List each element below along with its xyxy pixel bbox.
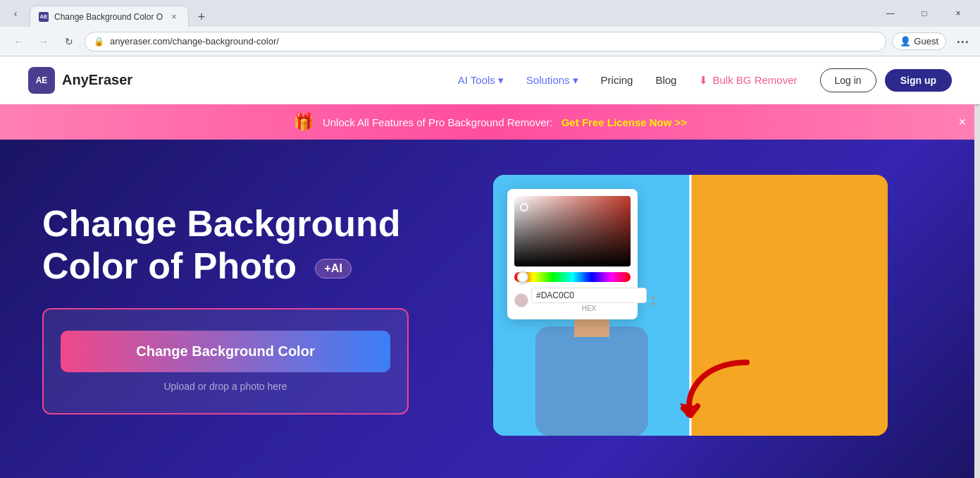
color-gradient[interactable] (514, 196, 631, 266)
maximize-btn[interactable]: □ (908, 3, 941, 24)
nav-bulk-bg[interactable]: ⬇ Bulk BG Remover (699, 74, 797, 87)
hex-row: HEX ▲▼ (514, 288, 631, 312)
minimize-btn[interactable]: — (874, 3, 907, 24)
browser-chrome: ‹ AE Change Background Color O × + — □ × (0, 0, 980, 27)
ai-tools-chevron: ▾ (498, 74, 504, 87)
gradient-cursor[interactable] (520, 203, 528, 212)
ai-badge: +AI (315, 259, 351, 278)
profile-label: Guest (914, 36, 938, 47)
hue-thumb[interactable] (517, 271, 528, 283)
profile-btn[interactable]: 👤 Guest (892, 32, 946, 50)
hex-label: HEX (531, 305, 647, 312)
hex-input[interactable] (531, 288, 647, 303)
hero-right: HEX ▲▼ (493, 175, 902, 443)
profile-icon: 👤 (900, 36, 911, 47)
color-preview-dot (514, 293, 528, 307)
more-btn[interactable]: ⋯ (952, 32, 972, 51)
upload-hint: Upload or drop a photo here (61, 381, 390, 392)
promo-banner: 🎁 Unlock All Features of Pro Background … (0, 104, 980, 140)
svg-rect-8 (535, 326, 648, 436)
forward-btn[interactable]: → (34, 32, 54, 51)
upload-button[interactable]: Change Background Color (61, 331, 390, 372)
close-btn[interactable]: × (942, 3, 974, 24)
hex-arrows[interactable]: ▲▼ (650, 293, 657, 308)
reload-btn[interactable]: ↻ (59, 32, 79, 51)
active-tab[interactable]: AE Change Background Color O × (30, 6, 189, 27)
tab-title: Change Background Color O (54, 12, 163, 22)
color-picker[interactable]: HEX ▲▼ (507, 189, 638, 319)
nav-ai-tools[interactable]: AI Tools ▾ (458, 74, 504, 87)
hero-title-line2: Color of Photo (42, 245, 297, 286)
logo-area[interactable]: AE AnyEraser (28, 67, 132, 94)
promo-link[interactable]: Get Free License Now >> (562, 116, 687, 128)
nav-pricing[interactable]: Pricing (601, 74, 633, 86)
previous-tab-btn[interactable]: ‹ (6, 4, 25, 23)
solutions-chevron: ▾ (573, 74, 578, 87)
promo-text: Unlock All Features of Pro Background Re… (323, 116, 553, 128)
login-button[interactable]: Log in (820, 68, 876, 92)
address-bar: ← → ↻ 🔒 anyeraser.com/change-background-… (0, 27, 980, 56)
nav-blog[interactable]: Blog (655, 74, 676, 86)
tab-bar: AE Change Background Color O × + (30, 0, 870, 27)
gift-icon: 🎁 (293, 112, 314, 132)
back-btn[interactable]: ← (8, 32, 28, 51)
hue-slider[interactable] (514, 272, 631, 282)
url-text: anyeraser.com/change-background-color/ (110, 36, 877, 47)
hero-left: Change Background Color of Photo +AI Cha… (42, 203, 465, 415)
signup-button[interactable]: Sign up (885, 69, 952, 92)
address-input[interactable]: 🔒 anyeraser.com/change-background-color/ (85, 32, 886, 51)
download-icon: ⬇ (699, 74, 708, 87)
hero-title: Change Background Color of Photo +AI (42, 203, 465, 288)
nav-links: AI Tools ▾ Solutions ▾ Pricing Blog ⬇ Bu… (458, 74, 798, 87)
logo-icon: AE (28, 67, 55, 94)
browser-controls-left: ‹ (6, 4, 25, 23)
promo-close-btn[interactable]: × (958, 115, 966, 130)
window-controls: — □ × (874, 3, 974, 24)
tab-close-btn[interactable]: × (168, 11, 180, 23)
logo-text: AnyEraser (62, 72, 132, 88)
arrow-indicator (676, 355, 761, 429)
scrollbar[interactable] (974, 56, 980, 478)
new-tab-btn[interactable]: + (192, 7, 211, 27)
navbar: AE AnyEraser AI Tools ▾ Solutions ▾ Pric… (0, 56, 980, 104)
bulk-bg-label: Bulk BG Remover (712, 74, 797, 86)
hero-section: Change Background Color of Photo +AI Cha… (0, 140, 980, 478)
hero-title-line1: Change Background (42, 203, 401, 244)
tab-favicon: AE (39, 12, 49, 22)
nav-solutions[interactable]: Solutions ▾ (526, 74, 578, 87)
website-content: AE AnyEraser AI Tools ▾ Solutions ▾ Pric… (0, 56, 980, 478)
nav-actions: Log in Sign up (820, 68, 952, 92)
upload-box[interactable]: Change Background Color Upload or drop a… (42, 308, 409, 415)
lock-icon: 🔒 (94, 37, 104, 47)
